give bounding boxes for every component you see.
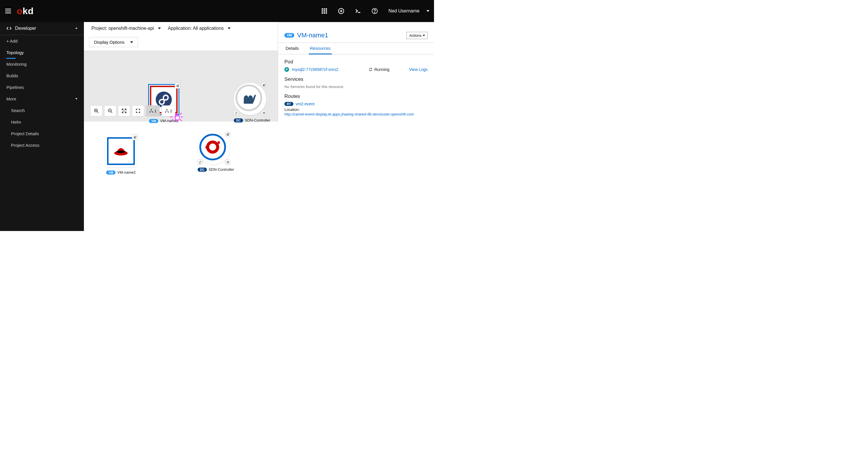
- pod-link[interactable]: mysql2-77c99587cf-xnrs2: [292, 67, 366, 72]
- zoom-in-button[interactable]: [90, 105, 102, 116]
- terminal-icon[interactable]: [355, 8, 361, 14]
- fit-to-screen-button[interactable]: [118, 105, 130, 116]
- pod-row: P mysql2-77c99587cf-xnrs2 Running View L…: [284, 67, 428, 72]
- view-logs-link[interactable]: View Logs: [409, 67, 428, 72]
- external-link-icon: [176, 84, 179, 87]
- tab-resources[interactable]: Resources: [309, 43, 332, 54]
- zoom-in-icon: [94, 108, 99, 113]
- apps-grid-icon[interactable]: [321, 8, 328, 14]
- topology-node-vm-rhel[interactable]: VM VM-name2: [105, 135, 137, 175]
- sidebar-subitem-search[interactable]: Search: [0, 105, 84, 116]
- logo-kd: kd: [23, 6, 34, 16]
- sidebar-item-pipelines[interactable]: Pipelines: [0, 81, 84, 93]
- location-label: Location:: [284, 107, 428, 112]
- hamburger-menu-icon[interactable]: [5, 7, 11, 15]
- side-panel: VM VM-name1 Actions Details Resources Po…: [278, 22, 434, 122]
- perspective-switcher[interactable]: Developer: [0, 22, 84, 35]
- sidebar-item-monitoring[interactable]: Monitoring: [0, 58, 84, 70]
- side-panel-title[interactable]: VM-name1: [297, 32, 329, 39]
- sidebar-item-label: More: [6, 96, 16, 101]
- route-link[interactable]: vm2-event: [296, 102, 314, 106]
- svg-line-29: [97, 111, 98, 113]
- fullscreen-icon: [135, 108, 141, 113]
- svg-point-38: [167, 109, 167, 110]
- svg-line-24: [180, 119, 182, 121]
- camel-icon: [241, 89, 257, 106]
- location-link[interactable]: http://camel-event-display.et.apps.jhadv…: [284, 112, 414, 116]
- external-link-icon: [262, 84, 266, 87]
- canvas-footer-controls: 1 2: [90, 105, 175, 116]
- build-decorator[interactable]: [225, 159, 230, 165]
- sidebar-subitem-helm[interactable]: Helm: [0, 116, 84, 128]
- application-label: Application: All applications: [168, 26, 224, 31]
- sidebar-subitem-project-access[interactable]: Project Access: [0, 139, 84, 151]
- chevron-down-icon: [75, 98, 78, 99]
- badge-dc: DC: [234, 118, 243, 122]
- node-name: VM-name2: [160, 119, 179, 123]
- chevron-down-icon: [75, 28, 78, 29]
- open-url-decorator[interactable]: [175, 83, 181, 89]
- svg-rect-9: [322, 12, 323, 14]
- username-label: Ned Username: [388, 8, 420, 13]
- sidebar-item-topology[interactable]: Topology: [0, 47, 84, 58]
- sync-decorator[interactable]: [233, 110, 239, 116]
- perspective-label: Developer: [15, 26, 36, 31]
- topology-node-vm-fedora[interactable]: VM VM-name2: [148, 83, 180, 123]
- svg-line-33: [111, 111, 112, 113]
- masthead-right: Ned Username: [321, 8, 429, 14]
- services-heading: Services: [284, 77, 428, 82]
- display-options-dropdown[interactable]: Display Options: [89, 37, 138, 47]
- chevron-down-icon: [130, 41, 133, 43]
- svg-rect-15: [358, 12, 360, 13]
- actions-label: Actions: [409, 33, 422, 38]
- zoom-out-icon: [107, 108, 113, 113]
- svg-line-22: [180, 113, 182, 115]
- masthead-left: okd: [5, 6, 34, 17]
- masthead: okd Ned Username: [0, 0, 434, 22]
- layout-2-button[interactable]: 2: [161, 105, 175, 116]
- side-panel-actions: Actions: [406, 32, 428, 39]
- external-link-icon: [133, 136, 136, 139]
- user-menu[interactable]: Ned Username: [388, 8, 429, 13]
- tab-details[interactable]: Details: [284, 43, 300, 54]
- topology-node-dc-openshift[interactable]: DC SDN-Controller: [197, 132, 234, 172]
- zoom-out-button[interactable]: [104, 105, 116, 116]
- svg-rect-8: [326, 10, 327, 12]
- sidebar-item-add[interactable]: + Add: [0, 35, 84, 47]
- code-icon: [6, 26, 11, 31]
- layout-1-button[interactable]: 1: [146, 105, 160, 116]
- chevron-down-icon: [423, 35, 425, 36]
- svg-rect-4: [324, 8, 325, 10]
- svg-rect-14: [340, 11, 343, 11]
- application-dropdown[interactable]: Application: All applications: [168, 26, 230, 31]
- badge-dc: DC: [197, 168, 207, 172]
- open-url-decorator[interactable]: [132, 134, 138, 140]
- openshift-icon: [204, 139, 221, 155]
- logo[interactable]: okd: [17, 6, 34, 17]
- open-url-decorator[interactable]: [261, 82, 267, 88]
- project-toolbar: Project: openshift-machine-api Applicati…: [84, 22, 278, 35]
- logo-o: o: [17, 6, 23, 16]
- project-dropdown[interactable]: Project: openshift-machine-api: [91, 26, 161, 31]
- sidebar-item-more[interactable]: More: [0, 93, 84, 105]
- svg-rect-6: [322, 10, 323, 12]
- pod-status-label: Running: [374, 67, 390, 72]
- reset-view-button[interactable]: [132, 105, 144, 116]
- pod-heading: Pod: [284, 59, 428, 65]
- layout-count: 1: [154, 109, 156, 113]
- sync-decorator[interactable]: [197, 159, 203, 165]
- sidebar-item-builds[interactable]: Builds: [0, 70, 84, 81]
- external-link-icon: [226, 133, 229, 136]
- topology-layout-icon: [149, 109, 154, 113]
- svg-rect-7: [324, 10, 325, 12]
- topology-canvas[interactable]: VM VM-name2: [84, 51, 278, 122]
- actions-dropdown[interactable]: Actions: [406, 32, 428, 39]
- help-icon[interactable]: [372, 8, 378, 14]
- add-icon[interactable]: [338, 8, 344, 14]
- topology-node-dc-camel[interactable]: DC SDN-Controller: [234, 83, 270, 122]
- sidebar-subitem-project-details[interactable]: Project Details: [0, 128, 84, 139]
- badge-vm: VM: [149, 119, 159, 123]
- build-decorator[interactable]: [261, 110, 267, 116]
- open-url-decorator[interactable]: [225, 132, 230, 137]
- project-label: Project: openshift-machine-api: [91, 26, 154, 31]
